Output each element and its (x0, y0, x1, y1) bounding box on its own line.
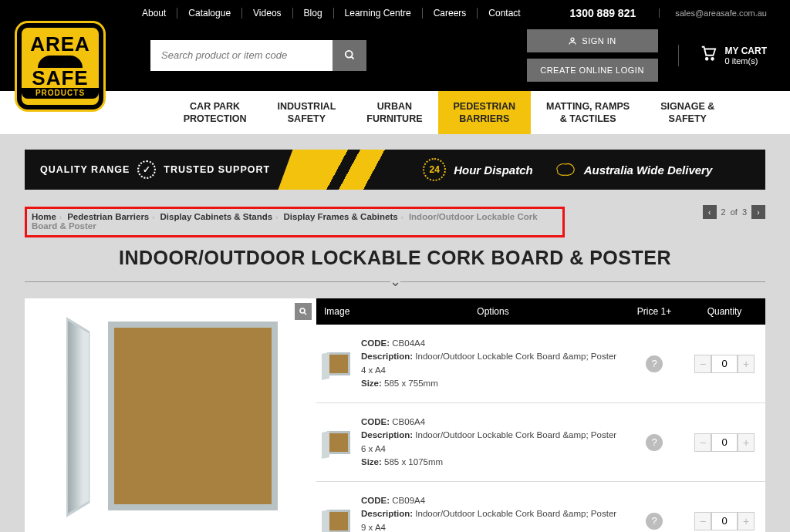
chevron-right-icon: › (401, 214, 403, 221)
main-nav: CAR PARKPROTECTION INDUSTRIALSAFETY URBA… (0, 91, 790, 134)
bc-home[interactable]: Home (32, 212, 56, 221)
topnav-videos[interactable]: Videos (242, 8, 292, 19)
title-divider: ⌄ (25, 275, 765, 288)
phone-number: 1300 889 821 (570, 7, 636, 19)
search-button[interactable] (333, 40, 366, 71)
cart-count: 0 item(s) (725, 56, 767, 66)
qty-input[interactable] (711, 433, 738, 452)
zoom-icon (299, 307, 308, 316)
qty-minus-button[interactable]: − (694, 433, 711, 452)
cart-label: MY CART (725, 45, 767, 56)
table-header: Image Options Price 1+ Quantity (316, 298, 765, 325)
topnav-catalogue[interactable]: Catalogue (177, 8, 242, 19)
svg-point-2 (571, 38, 574, 41)
nav-pedestrian[interactable]: PEDESTRIANBARRIERS (438, 91, 532, 134)
promo-banner: QUALITY RANGE ✓ TRUSTED SUPPORT 24 Hour … (25, 150, 765, 190)
user-icon (568, 36, 577, 45)
search (150, 40, 366, 71)
create-login-button[interactable]: CREATE ONLINE LOGIN (527, 59, 658, 82)
top-nav: About Catalogue Videos Blog Learning Cen… (131, 8, 532, 19)
header: AREA SAFE PRODUCTS About Catalogue Video… (0, 0, 790, 91)
page-title: INDOOR/OUTDOOR LOCKABLE CORK BOARD & POS… (25, 247, 765, 269)
logo-line3: PRODUCTS (22, 88, 99, 99)
clock-24-icon: 24 (423, 158, 446, 181)
banner-dispatch: Hour Dispatch (454, 163, 533, 177)
topnav-about[interactable]: About (131, 8, 177, 19)
signin-button[interactable]: SIGN IN (527, 29, 658, 52)
price-help-icon[interactable]: ? (646, 434, 663, 451)
pager-of: of (731, 207, 738, 217)
nav-industrial[interactable]: INDUSTRIALSAFETY (262, 91, 352, 134)
qty-plus-button[interactable]: + (738, 512, 755, 530)
qty-input[interactable] (711, 512, 738, 530)
th-options: Options (361, 306, 625, 317)
nav-signage[interactable]: SIGNAGE &SAFETY (645, 91, 730, 134)
row-options: CODE: CB09A4 Description: Indoor/Outdoor… (361, 494, 625, 532)
search-input[interactable] (150, 40, 333, 71)
row-options: CODE: CB06A4 Description: Indoor/Outdoor… (361, 416, 625, 469)
qty-input[interactable] (711, 355, 738, 373)
breadcrumb-highlight: Home› Pedestrian Barriers› Display Cabin… (25, 207, 565, 237)
options-table: Image Options Price 1+ Quantity CODE: CB… (316, 298, 765, 532)
nav-urban[interactable]: URBANFURNITURE (351, 91, 437, 134)
topnav-learning[interactable]: Learning Centre (334, 8, 423, 19)
thumb-icon (327, 431, 350, 454)
banner-trusted: TRUSTED SUPPORT (164, 164, 270, 175)
nav-carpark[interactable]: CAR PARKPROTECTION (168, 91, 262, 134)
zoom-button[interactable] (295, 303, 312, 320)
table-row: CODE: CB09A4 Description: Indoor/Outdoor… (316, 482, 765, 532)
checkmark-icon: ✓ (137, 160, 156, 179)
create-login-label: CREATE ONLINE LOGIN (540, 66, 644, 75)
pager: ‹ 2 of 3 › (703, 205, 765, 219)
cart-icon (699, 45, 717, 66)
th-quantity: Quantity (684, 306, 765, 317)
pager-pos: 2 (721, 207, 726, 217)
svg-point-0 (345, 51, 352, 58)
banner-stripes (279, 150, 409, 190)
chevron-right-icon: › (59, 214, 62, 221)
search-icon (344, 49, 356, 61)
bc-pedestrian[interactable]: Pedestrian Barriers (67, 212, 149, 221)
chevron-right-icon: › (152, 214, 154, 221)
breadcrumb: Home› Pedestrian Barriers› Display Cabin… (32, 212, 558, 231)
pager-next-button[interactable]: › (751, 205, 765, 219)
row-options: CODE: CB04A4 Description: Indoor/Outdoor… (361, 337, 625, 390)
product-area: Image Options Price 1+ Quantity CODE: CB… (25, 298, 765, 532)
price-help-icon[interactable]: ? (646, 355, 663, 372)
row-thumb[interactable] (316, 352, 361, 375)
bc-display-cabinets[interactable]: Display Cabinets & Stands (160, 212, 272, 221)
bc-display-frames[interactable]: Display Frames & Cabinets (283, 212, 397, 221)
svg-line-6 (304, 312, 306, 315)
topnav-blog[interactable]: Blog (293, 8, 334, 19)
qty-minus-button[interactable]: − (694, 355, 711, 373)
cart[interactable]: MY CART 0 item(s) (678, 45, 767, 66)
australia-map-icon (555, 160, 576, 179)
thumb-icon (327, 352, 350, 375)
corkboard-illustration (68, 322, 284, 522)
table-row: CODE: CB04A4 Description: Indoor/Outdoor… (316, 325, 765, 403)
topnav-contact[interactable]: Contact (478, 8, 531, 19)
svg-line-1 (351, 56, 353, 59)
price-help-icon[interactable]: ? (646, 513, 663, 530)
th-image: Image (316, 306, 361, 317)
svg-point-5 (300, 308, 305, 313)
pager-total: 3 (742, 207, 747, 217)
signin-label: SIGN IN (582, 36, 616, 45)
qty-minus-button[interactable]: − (694, 512, 711, 530)
th-price: Price 1+ (625, 306, 684, 317)
logo-line2: SAFE (22, 68, 99, 88)
email-address[interactable]: sales@areasafe.com.au (659, 8, 767, 18)
chevron-right-icon: › (275, 214, 278, 221)
pager-prev-button[interactable]: ‹ (703, 205, 717, 219)
row-thumb[interactable] (316, 431, 361, 454)
qty-plus-button[interactable]: + (738, 355, 755, 373)
topnav-careers[interactable]: Careers (423, 8, 478, 19)
svg-point-3 (705, 57, 707, 59)
nav-matting[interactable]: MATTING, RAMPS& TACTILES (531, 91, 645, 134)
banner-aus: Australia Wide Delivery (584, 163, 713, 177)
logo-line1: AREA (22, 34, 99, 54)
row-thumb[interactable] (316, 510, 361, 533)
banner-quality: QUALITY RANGE (40, 164, 130, 175)
logo[interactable]: AREA SAFE PRODUCTS (17, 23, 103, 109)
qty-plus-button[interactable]: + (738, 433, 755, 452)
